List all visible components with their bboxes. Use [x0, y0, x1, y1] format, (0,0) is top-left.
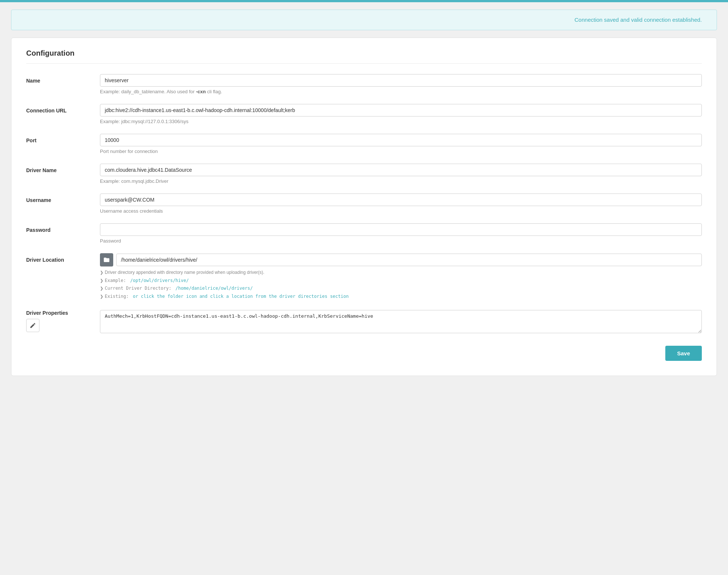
name-hint: Example: daily_db_tablename. Also used f… — [100, 89, 702, 94]
driver-name-input[interactable] — [100, 164, 702, 176]
driver-properties-field: AuthMech=1,KrbHostFQDN=cdh-instance1.us-… — [100, 310, 702, 335]
password-row: Password Password — [26, 223, 702, 244]
password-input[interactable] — [100, 223, 702, 236]
top-bar — [0, 0, 728, 2]
driver-location-field: Driver directory appended with directory… — [100, 253, 702, 300]
driver-name-hint: Example: com.mysql.jdbc.Driver — [100, 178, 702, 184]
driver-location-row: Driver Location Driver directory appende… — [26, 253, 702, 300]
username-input[interactable] — [100, 194, 702, 206]
save-button[interactable]: Save — [665, 346, 702, 361]
driver-location-label: Driver Location — [26, 253, 100, 263]
driver-location-hint4: Existing: or click the folder icon and c… — [100, 293, 702, 301]
driver-properties-label: Driver Properties — [26, 310, 100, 316]
name-input[interactable] — [100, 74, 702, 87]
password-hint: Password — [100, 238, 702, 244]
port-hint: Port number for connection — [100, 149, 702, 154]
username-label: Username — [26, 194, 100, 203]
driver-location-input-row — [100, 253, 702, 266]
username-hint: Username access credentials — [100, 208, 702, 214]
driver-location-hints: Driver directory appended with directory… — [100, 269, 702, 300]
config-card: Configuration Name Example: daily_db_tab… — [11, 38, 717, 376]
name-field: Example: daily_db_tablename. Also used f… — [100, 74, 702, 94]
port-field: Port number for connection — [100, 134, 702, 154]
driver-properties-textarea[interactable]: AuthMech=1,KrbHostFQDN=cdh-instance1.us-… — [100, 310, 702, 333]
name-row: Name Example: daily_db_tablename. Also u… — [26, 74, 702, 94]
driver-properties-edit-button[interactable] — [26, 319, 39, 332]
driver-name-row: Driver Name Example: com.mysql.jdbc.Driv… — [26, 164, 702, 184]
driver-location-hint2: Example: /opt/owl/drivers/hive/ — [100, 277, 702, 285]
username-row: Username Username access credentials — [26, 194, 702, 214]
port-input[interactable] — [100, 134, 702, 146]
connection-url-input[interactable] — [100, 104, 702, 116]
driver-properties-row: Driver Properties AuthMech=1,KrbHostFQDN… — [26, 310, 702, 335]
connection-url-field: Example: jdbc:mysql://127.0.0.1:3306/sys — [100, 104, 702, 124]
edit-icon — [30, 322, 36, 329]
port-label: Port — [26, 134, 100, 143]
connection-url-row: Connection URL Example: jdbc:mysql://127… — [26, 104, 702, 124]
save-row: Save — [26, 346, 702, 361]
config-title: Configuration — [26, 49, 702, 64]
folder-icon-button[interactable] — [100, 253, 113, 266]
password-field: Password — [100, 223, 702, 244]
driver-location-hint1: Driver directory appended with directory… — [100, 269, 702, 277]
driver-name-field: Example: com.mysql.jdbc.Driver — [100, 164, 702, 184]
name-label: Name — [26, 74, 100, 84]
driver-location-input[interactable] — [116, 254, 702, 266]
success-banner: Connection saved and valid connection es… — [11, 10, 717, 30]
username-field: Username access credentials — [100, 194, 702, 214]
port-row: Port Port number for connection — [26, 134, 702, 154]
driver-properties-label-col: Driver Properties — [26, 310, 100, 332]
driver-name-label: Driver Name — [26, 164, 100, 173]
folder-icon — [103, 257, 110, 263]
driver-location-hint3: Current Driver Directory: /home/danielri… — [100, 285, 702, 293]
connection-url-hint: Example: jdbc:mysql://127.0.0.1:3306/sys — [100, 119, 702, 124]
connection-url-label: Connection URL — [26, 104, 100, 114]
password-label: Password — [26, 223, 100, 233]
success-message: Connection saved and valid connection es… — [575, 17, 702, 23]
